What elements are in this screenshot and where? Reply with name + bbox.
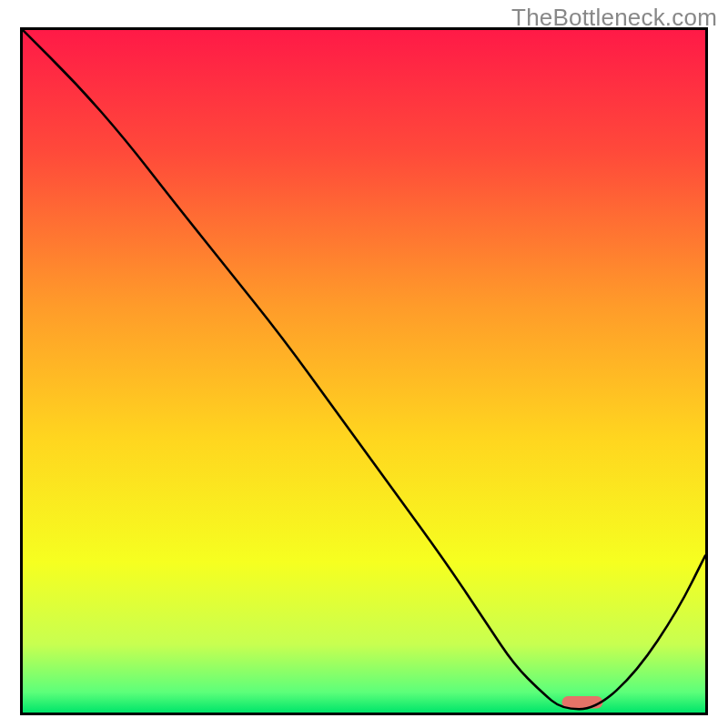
annotations-layer: [562, 696, 603, 709]
plot-area: [20, 27, 708, 715]
watermark-text: TheBottleneck.com: [511, 4, 717, 32]
gradient-background: [23, 30, 705, 713]
ideal-marker: [562, 696, 603, 709]
chart-container: TheBottleneck.com: [0, 0, 728, 728]
chart-svg: [23, 30, 705, 713]
